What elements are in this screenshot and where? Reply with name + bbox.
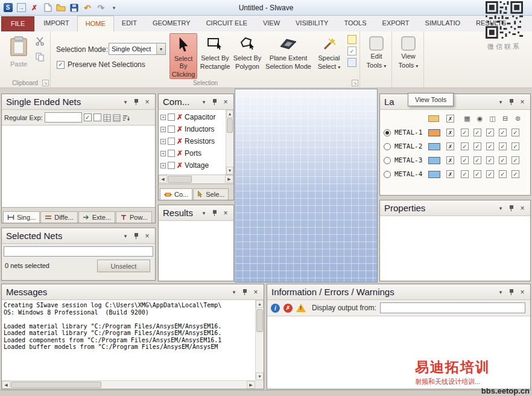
scrollbar-thumb[interactable] xyxy=(11,382,101,388)
tab-export[interactable]: EXPORT xyxy=(375,16,417,31)
select-by-rectangle-button[interactable]: Select By Rectangle xyxy=(200,33,230,79)
tree-item-resistors[interactable]: + ✗ Resistors xyxy=(159,135,233,147)
close-icon[interactable]: × xyxy=(519,288,526,296)
layout-canvas[interactable] xyxy=(235,89,378,283)
tab-edit[interactable]: EDIT xyxy=(114,16,145,31)
item-checkbox[interactable] xyxy=(168,113,175,121)
import-icon[interactable]: → xyxy=(16,2,27,13)
tab-file[interactable]: FILE xyxy=(1,16,34,31)
horizontal-scrollbar[interactable]: ◀ ▶ xyxy=(2,380,255,389)
expand-icon[interactable]: + xyxy=(160,115,166,120)
layer-checkbox[interactable]: ✓ xyxy=(511,156,519,164)
paste-button[interactable]: Paste xyxy=(4,34,33,78)
undo-icon[interactable]: ↶ xyxy=(82,2,93,13)
special-select-button[interactable]: Special Select ▾ xyxy=(314,33,344,79)
item-checkbox[interactable] xyxy=(168,162,175,169)
horizontal-scrollbar[interactable]: ◀ ▶ xyxy=(159,174,233,184)
layer-checkbox[interactable]: ✓ xyxy=(473,142,481,150)
layer-checkbox[interactable]: ✓ xyxy=(486,156,494,164)
crossbox-icon[interactable]: ✗ xyxy=(446,156,454,164)
pin-icon[interactable] xyxy=(133,232,139,240)
vertical-scrollbar[interactable]: ▲ ▼ xyxy=(255,300,264,380)
layer-radio[interactable] xyxy=(384,171,391,178)
close-icon[interactable]: × xyxy=(519,98,526,106)
messages-log[interactable]: Creating SIwave session log C:\Users\XMG… xyxy=(2,300,264,389)
pin-icon[interactable] xyxy=(133,98,139,106)
close-icon[interactable]: × xyxy=(222,98,229,106)
expand-icon[interactable]: + xyxy=(160,163,166,168)
dropdown-icon[interactable]: ▾ xyxy=(200,210,207,216)
selection-dialog-launcher-icon[interactable]: ↘ xyxy=(352,80,358,86)
net-grid-icon[interactable] xyxy=(103,113,111,121)
crossbox-icon[interactable]: ✗ xyxy=(446,129,454,136)
tab-simulation[interactable]: SIMULATIO xyxy=(417,16,468,31)
layer-checkbox[interactable]: ✓ xyxy=(511,170,519,178)
scrollbar-thumb[interactable] xyxy=(168,176,192,183)
layer-checkbox[interactable]: ✓ xyxy=(499,129,507,136)
expand-icon[interactable]: + xyxy=(160,151,166,156)
close-icon[interactable]: × xyxy=(222,209,229,217)
select-by-polygon-button[interactable]: Select By Polygon xyxy=(232,33,262,79)
misc-column-icon[interactable]: ⊛ xyxy=(511,115,524,123)
checkbox-checked-icon[interactable]: ✓ xyxy=(57,61,65,69)
plane-extent-selection-mode-button[interactable]: Plane Extent Selection Mode xyxy=(264,33,312,79)
scroll-right-icon[interactable]: ▶ xyxy=(225,175,233,183)
close-icon[interactable]: × xyxy=(519,204,526,212)
layer-color-swatch[interactable] xyxy=(428,129,440,136)
lock-column-icon[interactable]: ⊟ xyxy=(499,115,511,123)
pin-icon[interactable] xyxy=(508,289,515,296)
tab-power-nets[interactable]: Pow... xyxy=(116,211,152,223)
tab-tools[interactable]: TOOLS xyxy=(336,16,374,31)
expand-icon[interactable]: + xyxy=(160,127,166,132)
tab-components[interactable]: Co... xyxy=(160,188,192,200)
dropdown-icon[interactable]: ▾ xyxy=(200,99,207,105)
item-checkbox[interactable] xyxy=(168,138,175,145)
layer-checkbox[interactable]: ✓ xyxy=(511,129,519,136)
close-icon[interactable]: × xyxy=(252,288,259,296)
dropdown-icon[interactable]: ▾ xyxy=(497,289,504,295)
tab-visibility[interactable]: VISIBILITY xyxy=(288,16,336,31)
chevron-down-icon[interactable]: ▾ xyxy=(156,43,165,54)
scroll-up-icon[interactable]: ▲ xyxy=(256,300,264,308)
layer-color-swatch[interactable] xyxy=(428,143,440,150)
selection-mode-dropdown[interactable]: Single Object ▾ xyxy=(109,43,166,55)
scroll-left-icon[interactable]: ◀ xyxy=(159,175,167,183)
tree-item-inductors[interactable]: + ✗ Inductors xyxy=(159,123,233,135)
layer-checkbox[interactable]: ✓ xyxy=(473,170,481,178)
tab-import[interactable]: IMPORT xyxy=(36,16,77,31)
mini-tool-button-3[interactable] xyxy=(347,58,356,67)
scroll-right-icon[interactable]: ▶ xyxy=(247,381,255,389)
scroll-down-icon[interactable]: ▼ xyxy=(226,167,233,174)
select-by-clicking-button[interactable]: Select By Clicking xyxy=(169,33,197,79)
tab-circuit-elements[interactable]: CIRCUIT ELE xyxy=(198,16,255,31)
open-folder-icon[interactable] xyxy=(55,2,66,13)
scrollbar-thumb[interactable] xyxy=(256,309,263,332)
new-file-icon[interactable] xyxy=(42,2,53,13)
item-checkbox[interactable] xyxy=(168,126,175,133)
clipboard-dialog-launcher-icon[interactable]: ↘ xyxy=(42,80,49,86)
vertical-scrollbar[interactable]: ▲ ▼ xyxy=(226,110,233,174)
layer-checkbox[interactable]: ✓ xyxy=(486,142,494,150)
tree-item-capacitors[interactable]: + ✗ Capacitor xyxy=(159,111,233,123)
layer-checkbox[interactable]: ✓ xyxy=(461,170,469,178)
item-checkbox[interactable] xyxy=(168,150,175,157)
layer-checkbox[interactable]: ✓ xyxy=(499,156,507,164)
info-filter-icon[interactable]: i xyxy=(271,304,280,313)
layer-checkbox[interactable]: ✓ xyxy=(499,142,507,150)
pin-icon[interactable] xyxy=(508,98,515,106)
edit-tools-button[interactable]: Edit Tools ▾ xyxy=(363,36,390,80)
layer-color-swatch[interactable] xyxy=(428,171,440,178)
layer-checkbox[interactable]: ✓ xyxy=(461,129,469,136)
crossbox-icon[interactable]: ✗ xyxy=(446,142,454,150)
tab-differential-pairs[interactable]: Diffe... xyxy=(40,211,78,223)
display-output-input[interactable] xyxy=(380,302,525,313)
dropdown-icon[interactable]: ▾ xyxy=(497,205,504,211)
scroll-left-icon[interactable]: ◀ xyxy=(2,381,10,389)
layer-checkbox[interactable]: ✓ xyxy=(473,156,481,164)
tab-extended-nets[interactable]: Exte... xyxy=(78,211,115,223)
dropdown-icon[interactable]: ▾ xyxy=(122,233,129,239)
layer-checkbox[interactable]: ✓ xyxy=(511,142,519,150)
scroll-up-icon[interactable]: ▲ xyxy=(226,110,233,118)
scroll-down-icon[interactable]: ▼ xyxy=(256,372,264,380)
mini-tool-button-1[interactable] xyxy=(347,35,356,44)
